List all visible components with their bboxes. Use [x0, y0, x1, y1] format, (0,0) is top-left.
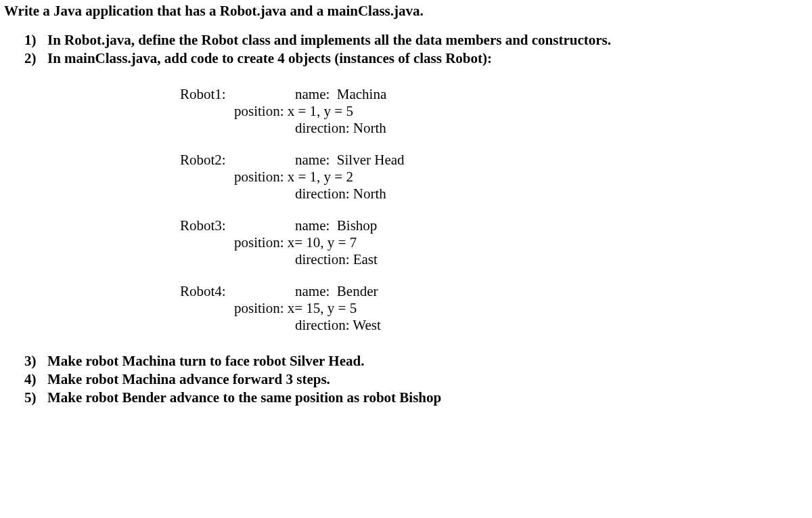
robots-block: Robot1:name: Machina position: x = 1, y … [4, 86, 808, 334]
robot-entry: Robot1:name: Machina position: x = 1, y … [4, 86, 808, 137]
robot-label: Robot1: [180, 86, 295, 103]
robot-name: name: Silver Head [295, 152, 405, 169]
list-item: 3) Make robot Machina turn to face robot… [24, 353, 808, 370]
robot-label: Robot4: [180, 283, 295, 300]
item-text: Make robot Bender advance to the same po… [47, 389, 441, 406]
list-item: 1) In Robot.java, define the Robot class… [24, 32, 808, 49]
robot-direction: direction: East [295, 251, 808, 268]
bottom-list: 3) Make robot Machina turn to face robot… [4, 353, 808, 406]
robot-position: position: x= 15, y = 5 [234, 300, 808, 317]
robot-direction: direction: North [295, 186, 808, 202]
robot-position: position: x= 10, y = 7 [234, 234, 808, 251]
robot-name: name: Machina [295, 86, 386, 103]
item-text: In mainClass.java, add code to create 4 … [47, 50, 492, 67]
list-item: 4) Make robot Machina advance forward 3 … [24, 371, 808, 388]
item-number: 5) [24, 389, 47, 406]
robot-name: name: Bishop [295, 217, 377, 234]
item-text: Make robot Machina turn to face robot Si… [47, 353, 364, 370]
robot-direction: direction: North [295, 120, 808, 137]
robot-name: name: Bender [295, 283, 378, 300]
robot-header-line: Robot2:name: Silver Head [4, 152, 808, 169]
top-list: 1) In Robot.java, define the Robot class… [4, 32, 808, 67]
item-text: In Robot.java, define the Robot class an… [47, 32, 611, 49]
robot-header-line: Robot3:name: Bishop [4, 217, 808, 234]
item-number: 4) [24, 371, 47, 388]
robot-label: Robot2: [180, 152, 295, 169]
robot-position: position: x = 1, y = 2 [234, 169, 808, 186]
list-item: 5) Make robot Bender advance to the same… [24, 389, 808, 406]
robot-header-line: Robot4:name: Bender [4, 283, 808, 300]
item-text: Make robot Machina advance forward 3 ste… [47, 371, 330, 388]
robot-entry: Robot3:name: Bishop position: x= 10, y =… [4, 217, 808, 268]
robot-label: Robot3: [180, 217, 295, 234]
robot-direction: direction: West [295, 317, 808, 334]
item-number: 1) [24, 32, 47, 49]
intro-text: Write a Java application that has a Robo… [4, 3, 808, 20]
robot-entry: Robot4:name: Bender position: x= 15, y =… [4, 283, 808, 334]
robot-position: position: x = 1, y = 5 [234, 103, 808, 120]
item-number: 3) [24, 353, 47, 370]
list-item: 2) In mainClass.java, add code to create… [24, 50, 808, 67]
robot-entry: Robot2:name: Silver Head position: x = 1… [4, 152, 808, 202]
item-number: 2) [24, 50, 47, 67]
robot-header-line: Robot1:name: Machina [4, 86, 808, 103]
